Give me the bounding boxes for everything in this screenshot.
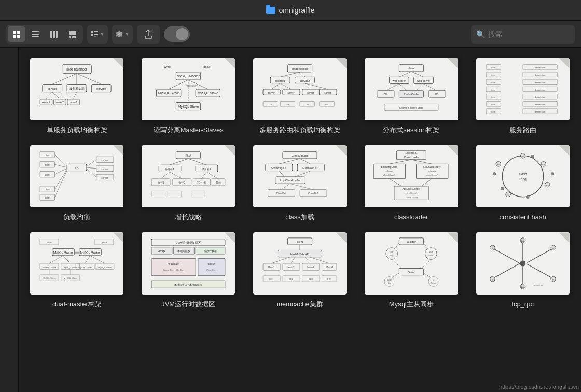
svg-text:server: server — [102, 177, 109, 179]
svg-text:client: client — [45, 189, 51, 191]
file-thumb-5: item item item item item item item — [476, 58, 570, 120]
svg-line-253 — [49, 256, 63, 263]
svg-text:MySQL Slave: MySQL Slave — [178, 105, 199, 109]
svg-rect-9 — [56, 31, 58, 38]
svg-line-36 — [46, 92, 52, 99]
file-item-8[interactable]: ClassLoader Bootstrap CL Extension CL Ap… — [247, 145, 353, 222]
file-item-4[interactable]: client web server web server Redis/Cache… — [358, 58, 464, 135]
svg-point-227 — [550, 173, 554, 176]
svg-text:server: server — [324, 92, 331, 94]
search-input[interactable] — [488, 30, 566, 38]
toolbar: ▼ ▼ 🔍 — [0, 21, 581, 48]
file-item-1[interactable]: load balancer service 服务器集群 service serv… — [24, 58, 130, 135]
svg-text:MySQL Slave: MySQL Slave — [64, 277, 77, 280]
svg-line-92 — [416, 84, 423, 91]
svg-text:方法区: 方法区 — [208, 262, 215, 265]
svg-rect-0 — [13, 31, 16, 34]
svg-text:Store: Store — [428, 255, 433, 257]
file-item-15[interactable]: Node Node N N N N RPC Procedure — [469, 232, 576, 309]
svg-text:item: item — [491, 110, 495, 113]
svg-text:client: client — [45, 164, 51, 166]
file-thumb-10: N1 N2 N3 N4 N5 — [476, 145, 570, 207]
svg-text:App ClassLoader: App ClassLoader — [280, 179, 300, 183]
svg-point-226 — [531, 155, 534, 158]
svg-text:子目标2: 子目标2 — [202, 167, 211, 171]
file-item-13[interactable]: client HashToTalk/API Mem1 Mem2 Mem3 Mem… — [247, 232, 353, 309]
svg-line-88 — [411, 72, 424, 77]
svg-text:web server: web server — [417, 79, 431, 82]
svg-text:N: N — [552, 279, 554, 281]
svg-line-146 — [87, 160, 96, 166]
svg-line-322 — [392, 260, 402, 269]
svg-text:client: client — [45, 154, 51, 157]
svg-line-162 — [188, 159, 206, 165]
svg-line-256 — [90, 256, 105, 263]
svg-text:Hash: Hash — [519, 172, 527, 176]
view-buttons-group — [6, 25, 83, 44]
file-item-12[interactable]: JVM运行时数据区 Java栈 本地方法栈 程序计数器 堆 (Heap) You… — [135, 232, 242, 309]
svg-point-306 — [386, 248, 398, 260]
svg-line-137 — [55, 155, 67, 167]
svg-text:item: item — [491, 66, 495, 69]
file-item-7[interactable]: 目标 子目标1 子目标2 执行1 执行2 ROI分析 — [135, 145, 242, 222]
file-item-11[interactable]: Write Read MySQL Master MySQL Master — [24, 232, 130, 309]
svg-text:description: description — [534, 74, 545, 76]
file-item-10[interactable]: N1 N2 N3 N4 N5 — [469, 145, 576, 222]
svg-line-173 — [202, 172, 206, 179]
svg-text:client: client — [45, 197, 51, 200]
svg-text:Shared Session Store: Shared Session Store — [399, 107, 423, 109]
file-item-9[interactable]: «interface» ClassLoader BootstrapClass -… — [358, 145, 464, 222]
file-thumb-15: Node Node N N N N RPC Procedure — [476, 232, 570, 295]
sort-button[interactable]: ▼ — [87, 25, 108, 44]
file-item-6[interactable]: client client client LB server serve — [24, 145, 130, 222]
file-item-5[interactable]: item item item item item item item — [469, 58, 576, 135]
column-view-button[interactable] — [45, 26, 63, 42]
svg-rect-10 — [69, 31, 76, 35]
svg-text:replication: replication — [186, 85, 197, 87]
svg-text:Write: Write — [47, 242, 52, 244]
gallery-view-button[interactable] — [64, 26, 81, 42]
svg-text:Node: Node — [520, 287, 525, 289]
svg-line-188 — [279, 171, 285, 177]
svg-line-172 — [170, 172, 182, 179]
svg-text:N2: N2 — [542, 164, 545, 166]
svg-text:Bin: Bin — [390, 251, 393, 254]
svg-line-295 — [310, 257, 329, 263]
file-item-14[interactable]: Master Bin Log Data Store Slave — [358, 232, 464, 309]
svg-text:client: client — [297, 241, 303, 244]
svg-text:«interface»: «interface» — [405, 152, 418, 155]
svg-text:ClassLoader: ClassLoader — [292, 154, 308, 157]
svg-text:server1: server1 — [42, 101, 50, 104]
svg-text:Redis/Cache: Redis/Cache — [404, 93, 419, 96]
svg-line-254 — [63, 256, 71, 263]
share-button[interactable] — [137, 25, 160, 44]
svg-text:Write: Write — [164, 65, 171, 68]
svg-rect-1 — [17, 31, 20, 34]
file-label-9: classloader — [394, 213, 428, 222]
svg-text:服务器集群: 服务器集群 — [69, 87, 85, 90]
file-thumb-2: Write Read MySQL Master MySQL Slave MySQ… — [142, 58, 235, 120]
svg-line-37 — [52, 92, 60, 99]
file-label-6: 负载均衡 — [63, 213, 90, 222]
toggle-button[interactable] — [164, 26, 190, 42]
svg-text:MySQL Slave: MySQL Slave — [43, 277, 57, 280]
svg-line-208 — [411, 160, 432, 164]
settings-button[interactable]: ▼ — [112, 25, 133, 44]
svg-text:Young Gen | Old Gen: Young Gen | Old Gen — [163, 269, 185, 272]
list-view-button[interactable] — [26, 26, 44, 42]
svg-text:Node: Node — [520, 241, 525, 243]
svg-text:server2: server2 — [56, 101, 64, 104]
grid-view-button[interactable] — [8, 26, 25, 42]
svg-rect-271 — [151, 259, 196, 276]
svg-text:Log: Log — [390, 255, 393, 257]
svg-text:MySQL Slave: MySQL Slave — [198, 91, 218, 95]
svg-text:+findClass(): +findClass() — [405, 192, 417, 194]
svg-rect-4 — [32, 31, 39, 32]
svg-text:item: item — [491, 103, 495, 106]
svg-text:RPC: RPC — [525, 262, 531, 265]
file-item-3[interactable]: loadbalancer service1 service2 server se… — [247, 58, 353, 135]
svg-line-60 — [300, 72, 305, 77]
svg-text:目标: 目标 — [185, 154, 191, 157]
file-item-2[interactable]: Write Read MySQL Master MySQL Slave MySQ… — [135, 58, 242, 135]
svg-text:MySQL Slave: MySQL Slave — [64, 266, 77, 269]
